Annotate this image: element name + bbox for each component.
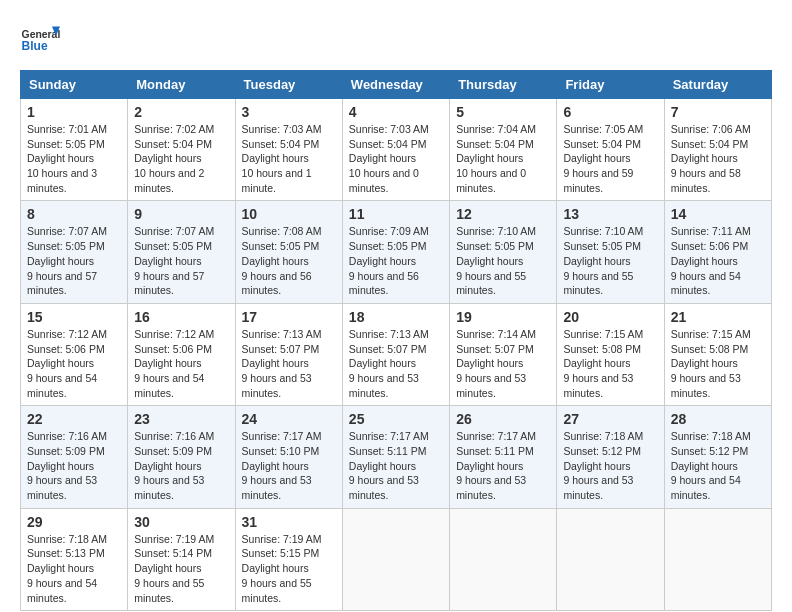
col-monday: Monday xyxy=(128,71,235,99)
day-info: Sunrise: 7:03 AM Sunset: 5:04 PM Dayligh… xyxy=(242,122,336,195)
day-info: Sunrise: 7:10 AM Sunset: 5:05 PM Dayligh… xyxy=(563,224,657,297)
day-number: 23 xyxy=(134,411,228,427)
day-info: Sunrise: 7:18 AM Sunset: 5:12 PM Dayligh… xyxy=(671,429,765,502)
day-number: 22 xyxy=(27,411,121,427)
day-number: 28 xyxy=(671,411,765,427)
calendar-header-row: Sunday Monday Tuesday Wednesday Thursday… xyxy=(21,71,772,99)
day-info: Sunrise: 7:07 AM Sunset: 5:05 PM Dayligh… xyxy=(27,224,121,297)
day-info: Sunrise: 7:07 AM Sunset: 5:05 PM Dayligh… xyxy=(134,224,228,297)
page-header: General Blue xyxy=(20,20,772,60)
day-cell-19: 19 Sunrise: 7:14 AM Sunset: 5:07 PM Dayl… xyxy=(450,303,557,405)
day-cell-8: 8 Sunrise: 7:07 AM Sunset: 5:05 PM Dayli… xyxy=(21,201,128,303)
day-cell-null xyxy=(557,508,664,610)
day-cell-10: 10 Sunrise: 7:08 AM Sunset: 5:05 PM Dayl… xyxy=(235,201,342,303)
day-number: 14 xyxy=(671,206,765,222)
day-number: 8 xyxy=(27,206,121,222)
day-cell-18: 18 Sunrise: 7:13 AM Sunset: 5:07 PM Dayl… xyxy=(342,303,449,405)
day-number: 19 xyxy=(456,309,550,325)
day-info: Sunrise: 7:19 AM Sunset: 5:14 PM Dayligh… xyxy=(134,532,228,605)
day-info: Sunrise: 7:04 AM Sunset: 5:04 PM Dayligh… xyxy=(456,122,550,195)
day-info: Sunrise: 7:17 AM Sunset: 5:10 PM Dayligh… xyxy=(242,429,336,502)
day-info: Sunrise: 7:11 AM Sunset: 5:06 PM Dayligh… xyxy=(671,224,765,297)
calendar-table: Sunday Monday Tuesday Wednesday Thursday… xyxy=(20,70,772,611)
day-cell-22: 22 Sunrise: 7:16 AM Sunset: 5:09 PM Dayl… xyxy=(21,406,128,508)
day-number: 10 xyxy=(242,206,336,222)
day-cell-1: 1 Sunrise: 7:01 AM Sunset: 5:05 PM Dayli… xyxy=(21,99,128,201)
general-blue-logo-icon: General Blue xyxy=(20,20,60,60)
day-info: Sunrise: 7:18 AM Sunset: 5:13 PM Dayligh… xyxy=(27,532,121,605)
day-info: Sunrise: 7:12 AM Sunset: 5:06 PM Dayligh… xyxy=(27,327,121,400)
calendar-row-3: 15 Sunrise: 7:12 AM Sunset: 5:06 PM Dayl… xyxy=(21,303,772,405)
day-info: Sunrise: 7:01 AM Sunset: 5:05 PM Dayligh… xyxy=(27,122,121,195)
day-cell-20: 20 Sunrise: 7:15 AM Sunset: 5:08 PM Dayl… xyxy=(557,303,664,405)
day-cell-30: 30 Sunrise: 7:19 AM Sunset: 5:14 PM Dayl… xyxy=(128,508,235,610)
day-number: 1 xyxy=(27,104,121,120)
day-info: Sunrise: 7:15 AM Sunset: 5:08 PM Dayligh… xyxy=(563,327,657,400)
day-info: Sunrise: 7:19 AM Sunset: 5:15 PM Dayligh… xyxy=(242,532,336,605)
day-info: Sunrise: 7:05 AM Sunset: 5:04 PM Dayligh… xyxy=(563,122,657,195)
day-info: Sunrise: 7:16 AM Sunset: 5:09 PM Dayligh… xyxy=(27,429,121,502)
day-info: Sunrise: 7:03 AM Sunset: 5:04 PM Dayligh… xyxy=(349,122,443,195)
day-cell-2: 2 Sunrise: 7:02 AM Sunset: 5:04 PM Dayli… xyxy=(128,99,235,201)
day-number: 15 xyxy=(27,309,121,325)
day-cell-9: 9 Sunrise: 7:07 AM Sunset: 5:05 PM Dayli… xyxy=(128,201,235,303)
day-number: 20 xyxy=(563,309,657,325)
day-number: 27 xyxy=(563,411,657,427)
day-number: 12 xyxy=(456,206,550,222)
day-cell-null xyxy=(450,508,557,610)
col-sunday: Sunday xyxy=(21,71,128,99)
day-cell-3: 3 Sunrise: 7:03 AM Sunset: 5:04 PM Dayli… xyxy=(235,99,342,201)
calendar-row-2: 8 Sunrise: 7:07 AM Sunset: 5:05 PM Dayli… xyxy=(21,201,772,303)
day-info: Sunrise: 7:02 AM Sunset: 5:04 PM Dayligh… xyxy=(134,122,228,195)
day-number: 26 xyxy=(456,411,550,427)
day-number: 3 xyxy=(242,104,336,120)
day-cell-12: 12 Sunrise: 7:10 AM Sunset: 5:05 PM Dayl… xyxy=(450,201,557,303)
day-info: Sunrise: 7:15 AM Sunset: 5:08 PM Dayligh… xyxy=(671,327,765,400)
day-cell-13: 13 Sunrise: 7:10 AM Sunset: 5:05 PM Dayl… xyxy=(557,201,664,303)
day-number: 11 xyxy=(349,206,443,222)
day-info: Sunrise: 7:13 AM Sunset: 5:07 PM Dayligh… xyxy=(242,327,336,400)
col-friday: Friday xyxy=(557,71,664,99)
day-number: 24 xyxy=(242,411,336,427)
day-cell-23: 23 Sunrise: 7:16 AM Sunset: 5:09 PM Dayl… xyxy=(128,406,235,508)
day-number: 5 xyxy=(456,104,550,120)
day-cell-29: 29 Sunrise: 7:18 AM Sunset: 5:13 PM Dayl… xyxy=(21,508,128,610)
day-cell-24: 24 Sunrise: 7:17 AM Sunset: 5:10 PM Dayl… xyxy=(235,406,342,508)
day-number: 31 xyxy=(242,514,336,530)
day-cell-7: 7 Sunrise: 7:06 AM Sunset: 5:04 PM Dayli… xyxy=(664,99,771,201)
col-wednesday: Wednesday xyxy=(342,71,449,99)
calendar-row-4: 22 Sunrise: 7:16 AM Sunset: 5:09 PM Dayl… xyxy=(21,406,772,508)
day-cell-25: 25 Sunrise: 7:17 AM Sunset: 5:11 PM Dayl… xyxy=(342,406,449,508)
day-cell-4: 4 Sunrise: 7:03 AM Sunset: 5:04 PM Dayli… xyxy=(342,99,449,201)
day-cell-6: 6 Sunrise: 7:05 AM Sunset: 5:04 PM Dayli… xyxy=(557,99,664,201)
day-number: 25 xyxy=(349,411,443,427)
day-info: Sunrise: 7:09 AM Sunset: 5:05 PM Dayligh… xyxy=(349,224,443,297)
day-number: 29 xyxy=(27,514,121,530)
logo: General Blue xyxy=(20,20,60,60)
day-info: Sunrise: 7:17 AM Sunset: 5:11 PM Dayligh… xyxy=(349,429,443,502)
day-number: 13 xyxy=(563,206,657,222)
day-cell-null xyxy=(342,508,449,610)
day-cell-16: 16 Sunrise: 7:12 AM Sunset: 5:06 PM Dayl… xyxy=(128,303,235,405)
col-saturday: Saturday xyxy=(664,71,771,99)
day-number: 2 xyxy=(134,104,228,120)
day-cell-28: 28 Sunrise: 7:18 AM Sunset: 5:12 PM Dayl… xyxy=(664,406,771,508)
day-number: 9 xyxy=(134,206,228,222)
day-cell-26: 26 Sunrise: 7:17 AM Sunset: 5:11 PM Dayl… xyxy=(450,406,557,508)
day-cell-27: 27 Sunrise: 7:18 AM Sunset: 5:12 PM Dayl… xyxy=(557,406,664,508)
day-info: Sunrise: 7:06 AM Sunset: 5:04 PM Dayligh… xyxy=(671,122,765,195)
day-cell-21: 21 Sunrise: 7:15 AM Sunset: 5:08 PM Dayl… xyxy=(664,303,771,405)
day-number: 7 xyxy=(671,104,765,120)
day-info: Sunrise: 7:17 AM Sunset: 5:11 PM Dayligh… xyxy=(456,429,550,502)
day-cell-5: 5 Sunrise: 7:04 AM Sunset: 5:04 PM Dayli… xyxy=(450,99,557,201)
day-number: 17 xyxy=(242,309,336,325)
calendar-row-1: 1 Sunrise: 7:01 AM Sunset: 5:05 PM Dayli… xyxy=(21,99,772,201)
day-info: Sunrise: 7:18 AM Sunset: 5:12 PM Dayligh… xyxy=(563,429,657,502)
day-info: Sunrise: 7:14 AM Sunset: 5:07 PM Dayligh… xyxy=(456,327,550,400)
day-number: 4 xyxy=(349,104,443,120)
day-info: Sunrise: 7:12 AM Sunset: 5:06 PM Dayligh… xyxy=(134,327,228,400)
day-number: 6 xyxy=(563,104,657,120)
day-info: Sunrise: 7:08 AM Sunset: 5:05 PM Dayligh… xyxy=(242,224,336,297)
day-info: Sunrise: 7:10 AM Sunset: 5:05 PM Dayligh… xyxy=(456,224,550,297)
day-number: 30 xyxy=(134,514,228,530)
